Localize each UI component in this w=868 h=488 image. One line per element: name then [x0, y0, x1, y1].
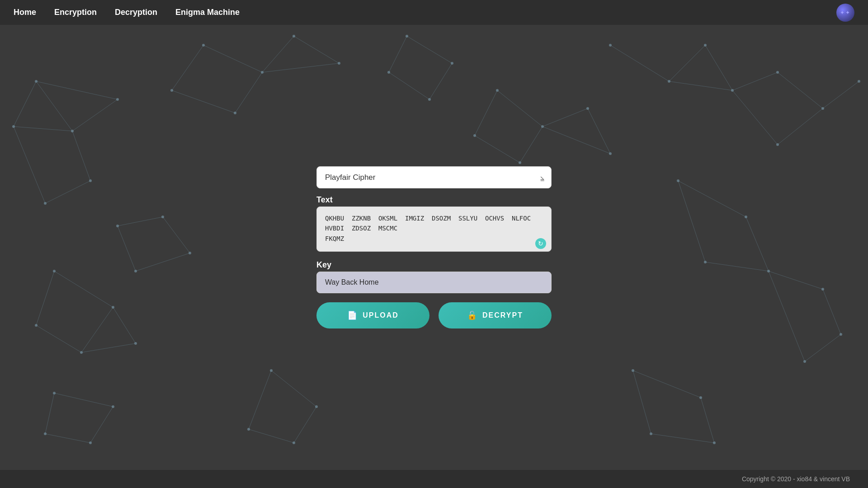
upload-button[interactable]: 📄 UPLOAD	[316, 302, 429, 328]
footer: Copyright © 2020 - xio84 & vincent VB	[0, 470, 868, 488]
text-area-wrapper: QKHBU ZZKNB OKSML IMGIZ DSOZM SSLYU OCHV…	[316, 206, 552, 253]
text-label: Text	[316, 195, 552, 205]
text-input[interactable]: QKHBU ZZKNB OKSML IMGIZ DSOZM SSLYU OCHV…	[316, 206, 552, 252]
upload-icon: 📄	[347, 310, 358, 320]
key-field-group: Key	[316, 260, 552, 293]
nav-enigma[interactable]: Enigma Machine	[175, 8, 240, 17]
cipher-dropdown-wrapper: Playfair Cipher Caesar Cipher Vigenere C…	[316, 166, 552, 188]
key-label: Key	[316, 260, 552, 270]
buttons-row: 📄 UPLOAD 🔓 DECRYPT	[316, 302, 552, 328]
cipher-dropdown[interactable]: Playfair Cipher Caesar Cipher Vigenere C…	[316, 166, 552, 188]
nav-decryption[interactable]: Decryption	[115, 8, 157, 17]
lock-icon: 🔓	[467, 310, 478, 320]
key-input[interactable]	[316, 272, 552, 293]
nav-links: Home Encryption Decryption Enigma Machin…	[14, 8, 836, 17]
form-container: Playfair Cipher Caesar Cipher Vigenere C…	[316, 166, 552, 328]
nav-encryption[interactable]: Encryption	[54, 8, 97, 17]
nav-home[interactable]: Home	[14, 8, 36, 17]
footer-copyright: Copyright © 2020 - xio84 & vincent VB	[742, 475, 850, 483]
clear-button[interactable]: ↻	[535, 238, 546, 249]
main-content: Playfair Cipher Caesar Cipher Vigenere C…	[0, 25, 868, 470]
decrypt-button-label: DECRYPT	[482, 311, 523, 319]
upload-button-label: UPLOAD	[363, 311, 399, 319]
decrypt-button[interactable]: 🔓 DECRYPT	[439, 302, 552, 328]
avatar[interactable]	[836, 4, 854, 22]
text-field-group: Text QKHBU ZZKNB OKSML IMGIZ DSOZM SSLYU…	[316, 195, 552, 253]
navbar: Home Encryption Decryption Enigma Machin…	[0, 0, 868, 25]
